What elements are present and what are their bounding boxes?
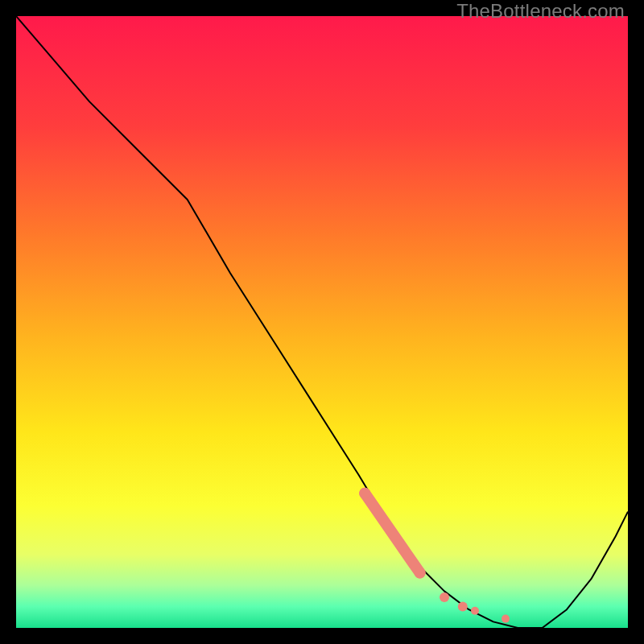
- highlight-dot: [359, 488, 370, 499]
- highlight-dot: [415, 568, 426, 579]
- gradient-background: [16, 16, 628, 628]
- highlight-dot: [471, 607, 479, 615]
- bottleneck-chart: [16, 16, 628, 628]
- highlight-dot: [440, 592, 449, 602]
- highlight-dot: [502, 615, 510, 623]
- highlight-dot: [458, 601, 468, 611]
- watermark-text: TheBottleneck.com: [456, 0, 625, 23]
